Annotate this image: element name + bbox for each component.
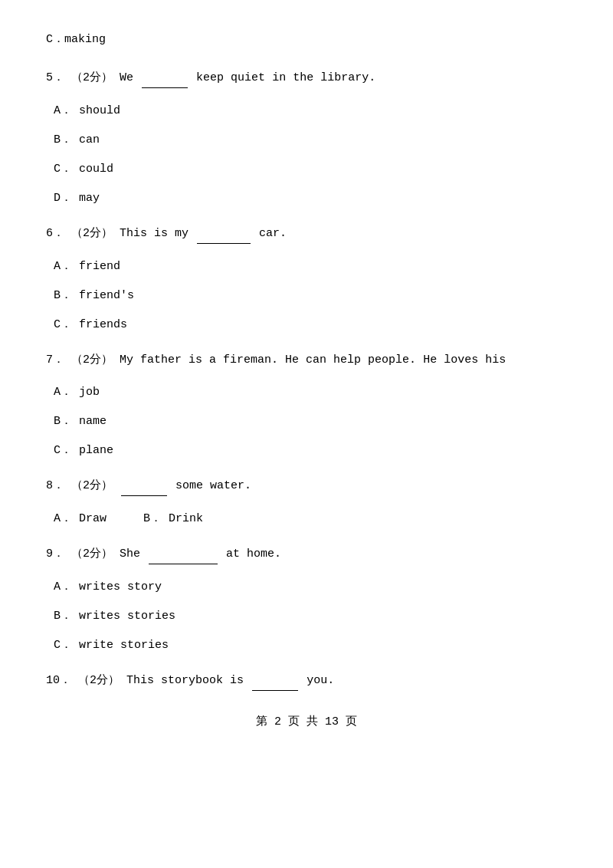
question-8: 8． （2分） some water. <box>46 477 567 496</box>
q7-option-a-text: job <box>79 386 100 399</box>
q8-option-a-text: Draw <box>79 512 107 525</box>
q7-option-b: B． name <box>46 413 567 431</box>
q9-option-a-label: A． <box>54 580 72 593</box>
question-7: 7． （2分） My father is a fireman. He can h… <box>46 351 567 370</box>
q7-option-a: A． job <box>46 383 567 402</box>
q10-before-blank: This storybook is <box>126 674 244 687</box>
q7-option-c: C． plane <box>46 442 567 460</box>
q9-option-c-text: write stories <box>79 639 169 652</box>
q10-blank <box>252 672 298 691</box>
q6-after-blank: car. <box>259 227 287 240</box>
question-9: 9． （2分） She at home. <box>46 545 567 564</box>
q5-option-a: A． should <box>46 102 567 120</box>
page-footer-text: 第 2 页 共 13 页 <box>256 715 357 728</box>
q6-points: （2分） <box>71 227 113 240</box>
q9-option-b: B． writes stories <box>46 607 567 626</box>
q8-blank <box>121 477 167 496</box>
q5-after-blank: keep quiet in the library. <box>196 71 375 84</box>
q6-option-b: B． friend's <box>46 287 567 305</box>
question-5: 5． （2分） We keep quiet in the library. <box>46 69 567 88</box>
q5-option-a-label: A． <box>54 104 72 117</box>
q7-option-b-label: B． <box>54 415 72 428</box>
q8-number: 8． <box>46 479 64 492</box>
q7-option-b-text: name <box>79 415 107 428</box>
q9-blank <box>149 545 218 564</box>
q5-option-c-text: could <box>79 163 113 176</box>
q9-option-b-text: writes stories <box>79 610 175 623</box>
q8-option-b-text: Drink <box>169 512 203 525</box>
q7-points: （2分） <box>71 353 113 367</box>
q5-blank <box>142 69 188 88</box>
q10-after-blank: you. <box>306 674 334 687</box>
option-c-making: C．making <box>46 31 567 49</box>
q5-option-b-label: B． <box>54 133 72 146</box>
q5-option-c: C． could <box>46 160 567 179</box>
q9-option-c-label: C． <box>54 639 72 652</box>
q6-option-a-label: A． <box>54 260 72 273</box>
q5-option-d: D． may <box>46 189 567 208</box>
q8-option-a-label: A． <box>54 512 72 525</box>
q9-option-b-label: B． <box>54 610 72 623</box>
q5-option-b: B． can <box>46 131 567 150</box>
q5-points: （2分） <box>71 71 113 84</box>
q9-after-blank: at home. <box>226 547 281 561</box>
q5-option-b-text: can <box>79 133 100 146</box>
q6-before-blank: This is my <box>120 227 188 240</box>
q7-text: My father is a fireman. He can help peop… <box>120 353 506 367</box>
q6-number: 6． <box>46 227 64 240</box>
q6-option-c: C． friends <box>46 316 567 334</box>
q5-option-c-label: C． <box>54 163 72 176</box>
q7-option-c-text: plane <box>79 444 113 457</box>
q9-number: 9． <box>46 547 64 561</box>
option-c-making-text: C．making <box>46 33 106 46</box>
question-10: 10． （2分） This storybook is you. <box>46 672 567 691</box>
q8-after-blank: some water. <box>175 479 251 492</box>
q6-blank <box>197 225 251 244</box>
q6-option-a-text: friend <box>79 260 120 273</box>
q9-before-blank: She <box>120 547 140 561</box>
q10-points: （2分） <box>78 674 120 687</box>
q7-number: 7． <box>46 353 64 367</box>
q10-number: 10． <box>46 674 71 687</box>
q5-option-d-label: D． <box>54 192 72 205</box>
q5-number: 5． <box>46 71 64 84</box>
q8-option-b-label: B． <box>143 512 162 525</box>
q6-option-b-label: B． <box>54 289 72 302</box>
q5-before-blank: We <box>120 71 133 84</box>
q6-option-c-label: C． <box>54 318 72 331</box>
q5-option-a-text: should <box>79 104 120 117</box>
q8-options-inline: A． Draw B． Drink <box>46 510 567 528</box>
q9-option-c: C． write stories <box>46 636 567 655</box>
q9-points: （2分） <box>71 547 113 561</box>
page-footer: 第 2 页 共 13 页 <box>46 714 567 728</box>
question-6: 6． （2分） This is my car. <box>46 225 567 244</box>
q6-option-a: A． friend <box>46 258 567 276</box>
q5-option-d-text: may <box>79 192 100 205</box>
q9-option-a: A． writes story <box>46 578 567 597</box>
page-content: C．making 5． （2分） We keep quiet in the li… <box>46 31 567 728</box>
q8-points: （2分） <box>71 479 113 492</box>
q6-option-b-text: friend's <box>79 289 134 302</box>
q7-option-a-label: A． <box>54 386 72 399</box>
q9-option-a-text: writes story <box>79 580 162 593</box>
q7-option-c-label: C． <box>54 444 72 457</box>
q6-option-c-text: friends <box>79 318 127 331</box>
